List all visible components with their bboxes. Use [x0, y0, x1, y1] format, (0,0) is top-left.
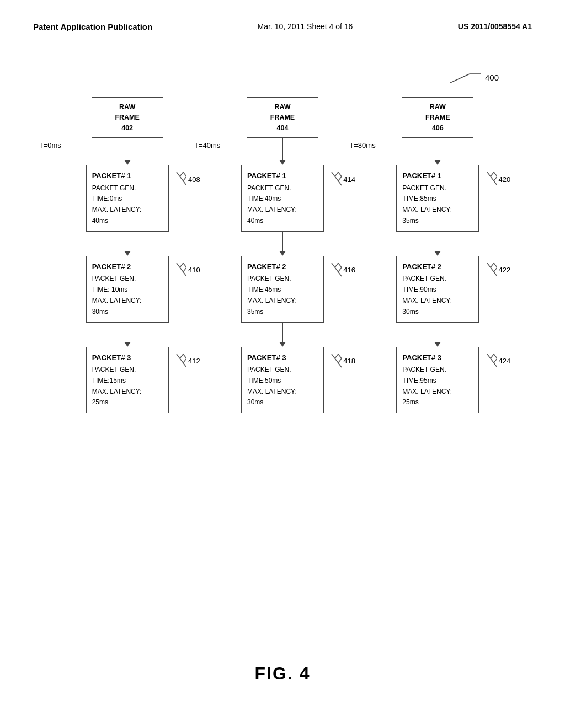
col-3: T=80ms RAW FRAME 406 420 — [380, 92, 495, 413]
pkt420-lat: MAX. LATENCY: 35ms — [402, 205, 473, 227]
raw-frame-402: RAW FRAME 402 — [92, 97, 163, 138]
packet-418: 418 PACKET# 3 PACKET GEN. TIME:50ms MAX.… — [241, 347, 324, 414]
ref-412-label: 412 — [188, 355, 200, 367]
arrow-rf-to-p1-col3 — [434, 138, 441, 165]
pkt410-gen: PACKET GEN. TIME: 10ms — [92, 274, 163, 296]
ref-418: 418 — [331, 353, 355, 370]
pkt414-lat: MAX. LATENCY: 40ms — [247, 205, 318, 227]
vert-line — [282, 232, 283, 251]
arrowhead-down — [124, 342, 131, 347]
pkt418-title: PACKET# 3 — [247, 352, 318, 363]
arrowhead-down — [434, 160, 441, 165]
zigzag-418-icon — [331, 353, 342, 370]
zigzag-414-icon — [331, 171, 342, 188]
raw-frame-404: RAW FRAME 404 — [247, 97, 318, 138]
vert-line — [438, 323, 439, 342]
zigzag-412-icon — [175, 353, 186, 370]
pkt416-gen: PACKET GEN. TIME:45ms — [247, 274, 318, 296]
columns-container: T=0ms RAW FRAME 402 — [33, 92, 532, 413]
rf-label-1: RAW FRAME — [100, 102, 155, 123]
header-right: US 2011/0058554 A1 — [458, 22, 532, 31]
pkt408-gen: PACKET GEN. TIME:0ms — [92, 183, 163, 205]
vert-line — [127, 323, 128, 342]
rf-num-1: 402 — [100, 123, 155, 133]
zigzag-420-icon — [486, 171, 497, 188]
ref-400-label: 400 — [485, 73, 499, 82]
pkt422-gen: PACKET GEN. TIME:90ms — [402, 274, 473, 296]
pkt410-lat: MAX. LATENCY: 30ms — [92, 296, 163, 318]
svg-line-0 — [450, 74, 470, 83]
packet-420: 420 PACKET# 1 PACKET GEN. TIME:85ms MAX.… — [396, 165, 479, 232]
time-label-2: T=40ms — [194, 141, 220, 149]
pkt412-title: PACKET# 3 — [92, 352, 163, 363]
arrow-p2-to-p3-col3 — [434, 323, 441, 347]
ref-414: 414 — [331, 171, 355, 188]
vert-line — [438, 232, 439, 251]
zigzag-422-icon — [486, 262, 497, 279]
arrowhead-down — [434, 342, 441, 347]
pkt416-title: PACKET# 2 — [247, 261, 318, 272]
arrow-p1-to-p2-col2 — [279, 232, 286, 256]
arrow-p1-to-p2-col3 — [434, 232, 441, 256]
ref-416: 416 — [331, 262, 355, 279]
rf-num-2: 404 — [255, 123, 310, 133]
header-left: Patent Application Publication — [33, 22, 152, 31]
rf-label-3: RAW FRAME — [410, 102, 465, 123]
ref-410-label: 410 — [188, 264, 200, 276]
packet-424: 424 PACKET# 3 PACKET GEN. TIME:95ms MAX.… — [396, 347, 479, 414]
pkt416-lat: MAX. LATENCY: 35ms — [247, 296, 318, 318]
figure-label: FIG. 4 — [0, 663, 565, 684]
header-center: Mar. 10, 2011 Sheet 4 of 16 — [258, 22, 353, 31]
packet-422: 422 PACKET# 2 PACKET GEN. TIME:90ms MAX.… — [396, 256, 479, 323]
ref-400-arrow-icon — [450, 69, 481, 85]
raw-frame-406: RAW FRAME 406 — [402, 97, 473, 138]
ref-414-label: 414 — [343, 174, 355, 185]
vert-line — [282, 323, 283, 342]
ref-408-label: 408 — [188, 174, 200, 185]
col-2: T=40ms RAW FRAME 404 414 — [225, 92, 340, 413]
vert-line — [127, 138, 128, 160]
arrow-p2-to-p3-col1 — [124, 323, 131, 347]
arrowhead-down — [124, 160, 131, 165]
ref-422: 422 — [486, 262, 511, 279]
arrow-rf-to-p1-col2 — [279, 138, 286, 165]
pkt414-title: PACKET# 1 — [247, 170, 318, 181]
pkt412-lat: MAX. LATENCY: 25ms — [92, 387, 163, 409]
pkt424-lat: MAX. LATENCY: 25ms — [402, 387, 473, 409]
pkt410-title: PACKET# 2 — [92, 261, 163, 272]
ref-408: 408 — [175, 171, 200, 188]
ref-412: 412 — [175, 353, 200, 370]
vert-line — [438, 138, 439, 160]
arrowhead-down — [279, 251, 286, 256]
pkt420-gen: PACKET GEN. TIME:85ms — [402, 183, 473, 205]
vert-line — [127, 232, 128, 251]
ref-410: 410 — [175, 262, 200, 279]
ref-420-label: 420 — [499, 174, 511, 185]
packet-410: 410 PACKET# 2 PACKET GEN. TIME: 10ms MAX… — [86, 256, 169, 323]
pkt414-gen: PACKET GEN. TIME:40ms — [247, 183, 318, 205]
zigzag-416-icon — [331, 262, 342, 279]
page: Patent Application Publication Mar. 10, … — [0, 0, 565, 728]
ref-422-label: 422 — [499, 264, 511, 276]
packet-412: 412 PACKET# 3 PACKET GEN. TIME:15ms MAX.… — [86, 347, 169, 414]
diagram-area: 400 T=0ms RAW FRAME 402 — [33, 69, 532, 665]
col-1: T=0ms RAW FRAME 402 — [70, 92, 185, 413]
packet-414: 414 PACKET# 1 PACKET GEN. TIME:40ms MAX.… — [241, 165, 324, 232]
ref-424-label: 424 — [499, 355, 511, 367]
time-label-3: T=80ms — [349, 141, 375, 149]
packet-416: 416 PACKET# 2 PACKET GEN. TIME:45ms MAX.… — [241, 256, 324, 323]
ref-400-group: 400 — [450, 69, 499, 85]
arrow-rf-to-p1-col1 — [124, 138, 131, 165]
ref-416-label: 416 — [343, 264, 355, 276]
three-col: T=0ms RAW FRAME 402 — [33, 92, 532, 413]
ref-424: 424 — [486, 353, 511, 370]
pkt424-title: PACKET# 3 — [402, 352, 473, 363]
pkt412-gen: PACKET GEN. TIME:15ms — [92, 365, 163, 387]
ref-420: 420 — [486, 171, 511, 188]
arrow-p1-to-p2-col1 — [124, 232, 131, 256]
packet-408: 408 PACKET# 1 PACKET GEN. TIME:0ms MAX. … — [86, 165, 169, 232]
pkt418-lat: MAX. LATENCY: 30ms — [247, 387, 318, 409]
pkt424-gen: PACKET GEN. TIME:95ms — [402, 365, 473, 387]
header: Patent Application Publication Mar. 10, … — [33, 22, 532, 36]
pkt422-lat: MAX. LATENCY: 30ms — [402, 296, 473, 318]
